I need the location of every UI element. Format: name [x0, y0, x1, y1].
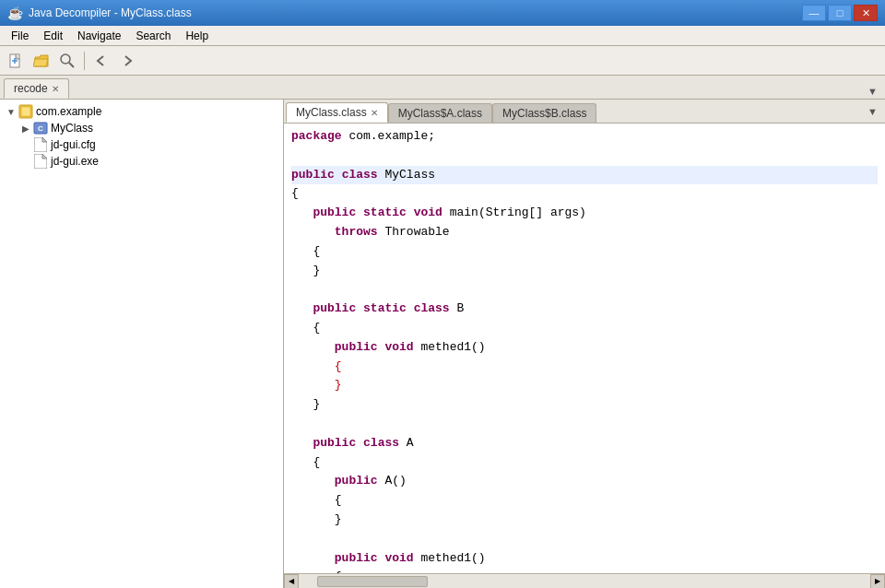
- app-icon: ☕: [7, 6, 23, 20]
- minimize-button[interactable]: —: [802, 5, 826, 21]
- toolbar-separator: [84, 52, 85, 70]
- main-layout: ▼ com.example ▶ C MyClass: [0, 100, 885, 588]
- code-line-5: public static void main(String[] args): [291, 204, 878, 223]
- code-line-3: public class MyClass: [291, 166, 878, 185]
- expand-icon-com-example[interactable]: ▼: [4, 104, 18, 119]
- code-line-17: public class A: [291, 434, 878, 453]
- code-line-8: }: [291, 262, 878, 281]
- editor-tab-label-myclass-a: MyClass$A.class: [398, 107, 482, 120]
- editor-tabs-dropdown[interactable]: ▼: [862, 104, 883, 119]
- code-line-16: [291, 415, 878, 434]
- code-line-22: [291, 530, 878, 549]
- code-line-11: {: [291, 319, 878, 338]
- svg-text:C: C: [38, 124, 43, 133]
- open-folder-icon: [33, 53, 50, 69]
- close-button[interactable]: ✕: [854, 5, 878, 21]
- svg-line-4: [69, 63, 74, 67]
- menu-file[interactable]: File: [4, 28, 36, 44]
- code-line-6: throws Throwable: [291, 223, 878, 242]
- toolbar-search[interactable]: [55, 50, 79, 72]
- workspace-tab-label: recode: [14, 82, 48, 95]
- file-tree-panel: ▼ com.example ▶ C MyClass: [0, 100, 284, 588]
- toolbar-forward[interactable]: [115, 50, 139, 72]
- file-icon-exe: [33, 154, 48, 169]
- file-icon-cfg: [33, 137, 48, 152]
- search-toolbar-icon: [59, 53, 76, 69]
- code-line-4: {: [291, 184, 878, 204]
- menu-bar: File Edit Navigate Search Help: [0, 26, 885, 46]
- toolbar-open[interactable]: [30, 50, 53, 72]
- code-line-10: public static class B: [291, 300, 878, 319]
- workspace-dropdown[interactable]: ▼: [864, 84, 881, 99]
- title-bar: ☕ Java Decompiler - MyClass.class — □ ✕: [0, 0, 885, 26]
- editor-tab-myclass[interactable]: MyClass.class ✕: [286, 102, 388, 123]
- code-line-9: [291, 280, 878, 300]
- code-line-19: public A(): [291, 472, 878, 491]
- workspace-tab-recode[interactable]: recode ✕: [4, 78, 69, 99]
- title-bar-left: ☕ Java Decompiler - MyClass.class: [7, 6, 192, 20]
- toolbar-new[interactable]: [4, 50, 28, 72]
- restore-button[interactable]: □: [828, 5, 852, 21]
- forward-icon: [119, 53, 136, 69]
- tree-item-jd-gui-cfg[interactable]: jd-gui.cfg: [0, 136, 283, 153]
- toolbar: [0, 46, 885, 76]
- scroll-thumb[interactable]: [317, 576, 428, 587]
- scroll-track[interactable]: [299, 575, 870, 588]
- package-icon: [18, 104, 33, 119]
- svg-rect-6: [21, 107, 30, 116]
- code-line-12: public void methed1(): [291, 338, 878, 358]
- code-line-14: }: [291, 376, 878, 395]
- menu-edit[interactable]: Edit: [36, 28, 70, 44]
- tree-label-myclass: MyClass: [51, 122, 93, 135]
- menu-navigate[interactable]: Navigate: [70, 28, 128, 44]
- new-file-icon: [7, 53, 24, 69]
- tree-label-jd-gui-cfg: jd-gui.cfg: [51, 138, 96, 151]
- back-icon: [93, 53, 110, 69]
- tree-label-jd-gui-exe: jd-gui.exe: [51, 155, 99, 168]
- editor-tabs: MyClass.class ✕ MyClass$A.class MyClass$…: [284, 100, 885, 123]
- code-line-13: {: [291, 358, 878, 377]
- code-line-7: {: [291, 242, 878, 262]
- class-icon: C: [33, 121, 48, 135]
- tree-label-com-example: com.example: [36, 105, 101, 118]
- horizontal-scrollbar[interactable]: ◀ ▶: [284, 573, 885, 588]
- tree-item-jd-gui-exe[interactable]: jd-gui.exe: [0, 153, 283, 170]
- workspace-tabs: recode ✕ ▼: [0, 76, 885, 100]
- code-line-15: }: [291, 395, 878, 415]
- menu-search[interactable]: Search: [128, 28, 178, 44]
- editor-tab-label-myclass-b: MyClass$B.class: [502, 107, 586, 120]
- editor-panel: MyClass.class ✕ MyClass$A.class MyClass$…: [284, 100, 885, 588]
- toolbar-back[interactable]: [89, 50, 113, 72]
- editor-tab-label-myclass: MyClass.class: [296, 106, 367, 119]
- code-line-23: public void methed1(): [291, 549, 878, 569]
- workspace-tab-close[interactable]: ✕: [52, 84, 59, 94]
- code-line-2: [291, 147, 878, 166]
- code-line-20: {: [291, 491, 878, 511]
- tree-item-myclass[interactable]: ▶ C MyClass: [0, 120, 283, 136]
- editor-tab-myclass-a[interactable]: MyClass$A.class: [388, 103, 492, 123]
- scroll-right-arrow[interactable]: ▶: [870, 574, 885, 589]
- svg-marker-12: [42, 154, 47, 159]
- window-title: Java Decompiler - MyClass.class: [29, 6, 192, 19]
- tree-item-com-example[interactable]: ▼ com.example: [0, 103, 283, 120]
- scroll-left-arrow[interactable]: ◀: [284, 574, 299, 589]
- code-line-18: {: [291, 453, 878, 473]
- menu-help[interactable]: Help: [178, 28, 216, 44]
- editor-tab-myclass-b[interactable]: MyClass$B.class: [492, 103, 596, 123]
- editor-tab-close-myclass[interactable]: ✕: [371, 108, 378, 118]
- expand-icon-myclass[interactable]: ▶: [18, 121, 33, 135]
- title-bar-controls: — □ ✕: [802, 5, 878, 21]
- code-line-21: }: [291, 511, 878, 530]
- code-content: package com.example; public class MyClas…: [284, 127, 885, 573]
- svg-marker-10: [42, 137, 47, 142]
- svg-point-3: [61, 54, 70, 64]
- code-line-1: package com.example;: [291, 127, 878, 147]
- code-editor[interactable]: package com.example; public class MyClas…: [284, 123, 885, 573]
